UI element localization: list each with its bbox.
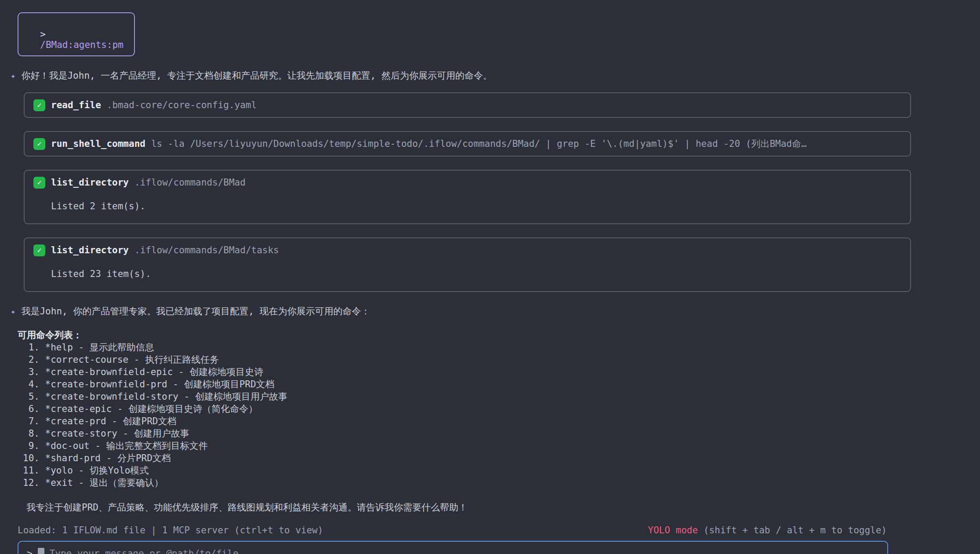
input-prompt-chevron: > [27, 548, 33, 554]
tool-args: .iflow/commands/BMad [134, 176, 246, 189]
text-cursor [38, 548, 44, 554]
command-item-create-brownfield-prd: 4. *create-brownfield-prd - 创建棕地项目PRD文档 [23, 378, 962, 390]
tool-name: run_shell_command [51, 138, 145, 150]
prompt-chevron: > [40, 29, 46, 40]
command-item-create-brownfield-epic: 3. *create-brownfield-epic - 创建棕地项目史诗 [23, 366, 962, 378]
yolo-mode-hint: (shift + tab / alt + m to toggle) [698, 525, 887, 536]
command-item-help: 1. *help - 显示此帮助信息 [23, 341, 962, 354]
command-item-exit: 12. *exit - 退出（需要确认） [23, 477, 962, 489]
command-list-title: 可用命令列表： [18, 329, 962, 341]
context-status-row: Loaded: 1 IFLOW.md file | 1 MCP server (… [18, 524, 887, 536]
command-item-correct-course: 2. *correct-course - 执行纠正路线任务 [23, 354, 962, 366]
command-item-create-epic: 6. *create-epic - 创建棕地项目史诗（简化命令） [23, 403, 962, 415]
tool-call-read-file: ✓ read_file .bmad-core/core-config.yaml [24, 92, 911, 118]
tool-result: Listed 23 item(s). [51, 268, 901, 280]
message-input[interactable]: > Type your message or @path/to/file [18, 541, 888, 554]
command-item-shard-prd: 10. *shard-prd - 分片PRD文档 [23, 452, 962, 464]
command-item-doc-out: 9. *doc-out - 输出完整文档到目标文件 [23, 440, 962, 452]
sparkle-icon: ✦ [11, 305, 15, 317]
tool-call-header: ✓ list_directory .iflow/commands/BMad [33, 176, 901, 189]
command-item-create-prd: 7. *create-prd - 创建PRD文档 [23, 415, 962, 427]
tool-args: ls -la /Users/liyuyun/Downloads/temp/sim… [151, 138, 807, 150]
command-echo-box: > /BMad:agents:pm [18, 12, 135, 56]
command-list: 可用命令列表： 1. *help - 显示此帮助信息 2. *correct-c… [18, 329, 962, 489]
assistant-outro-text: 我专注于创建PRD、产品策略、功能优先级排序、路线图规划和利益相关者沟通。请告诉… [26, 501, 962, 514]
tool-call-header: ✓ run_shell_command ls -la /Users/liyuyu… [33, 138, 901, 150]
success-check-icon: ✓ [33, 138, 45, 150]
tool-result: Listed 2 item(s). [51, 200, 901, 212]
command-item-create-story: 8. *create-story - 创建用户故事 [23, 427, 962, 440]
tool-args: .iflow/commands/BMad/tasks [134, 244, 279, 256]
success-check-icon: ✓ [33, 177, 45, 189]
input-placeholder: Type your message or @path/to/file [50, 548, 239, 554]
yolo-mode-label: YOLO mode [648, 525, 698, 536]
tool-call-list-directory-1: ✓ list_directory .iflow/commands/BMad Li… [24, 170, 911, 224]
slash-command-text: /BMad:agents:pm [40, 40, 123, 50]
sparkle-icon: ✦ [11, 69, 15, 82]
tool-name: list_directory [51, 244, 129, 256]
tool-call-run-shell-command: ✓ run_shell_command ls -la /Users/liyuyu… [24, 131, 911, 157]
tool-call-header: ✓ list_directory .iflow/commands/BMad/ta… [33, 244, 901, 256]
tool-args: .bmad-core/core-config.yaml [107, 99, 257, 111]
tool-name: list_directory [51, 176, 129, 189]
assistant-intro-text: 你好！我是John, 一名产品经理, 专注于文档创建和产品研究。让我先加载项目配… [21, 69, 492, 82]
yolo-mode-status: YOLO mode (shift + tab / alt + m to togg… [648, 524, 887, 536]
command-item-create-brownfield-story: 5. *create-brownfield-story - 创建棕地项目用户故事 [23, 390, 962, 403]
tool-call-list-directory-2: ✓ list_directory .iflow/commands/BMad/ta… [24, 237, 911, 292]
loaded-context-status: Loaded: 1 IFLOW.md file | 1 MCP server (… [18, 524, 323, 536]
success-check-icon: ✓ [33, 99, 45, 111]
assistant-intro-message: ✦ 你好！我是John, 一名产品经理, 专注于文档创建和产品研究。让我先加载项… [11, 69, 962, 82]
command-item-yolo: 11. *yolo - 切换Yolo模式 [23, 464, 962, 477]
assistant-summary-message: ✦ 我是John, 你的产品管理专家。我已经加载了项目配置, 现在为你展示可用的… [11, 305, 962, 317]
tool-name: read_file [51, 99, 101, 111]
assistant-summary-text: 我是John, 你的产品管理专家。我已经加载了项目配置, 现在为你展示可用的命令… [21, 305, 370, 317]
success-check-icon: ✓ [33, 244, 45, 256]
tool-call-header: ✓ read_file .bmad-core/core-config.yaml [33, 99, 901, 111]
